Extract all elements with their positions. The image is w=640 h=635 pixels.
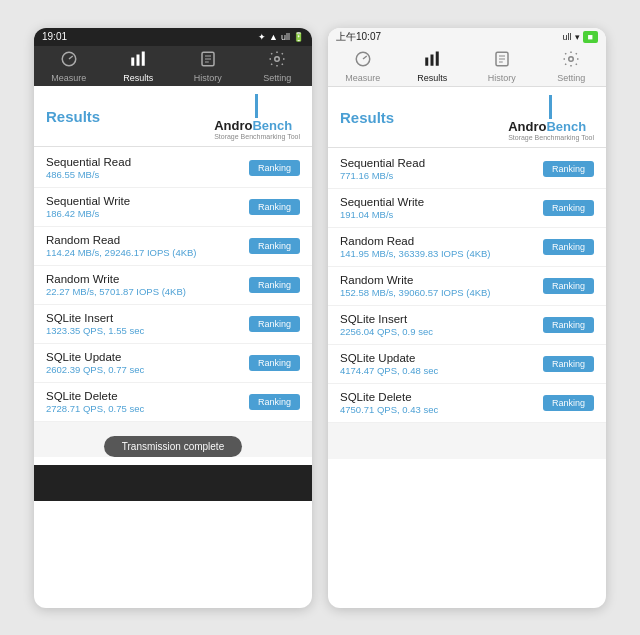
ranking-button[interactable]: Ranking [543, 239, 594, 255]
result-name: Sequential Write [46, 195, 130, 207]
result-value: 4174.47 QPS, 0.48 sec [340, 365, 438, 376]
result-value: 141.95 MB/s, 36339.83 IOPS (4KB) [340, 248, 491, 259]
nav-history-label-r: History [488, 73, 516, 83]
result-name: Sequential Write [340, 196, 424, 208]
ranking-button[interactable]: Ranking [249, 316, 300, 332]
result-info: SQLite Update 2602.39 QPS, 0.77 sec [46, 351, 144, 375]
logo-sub: Storage Benchmarking Tool [214, 133, 300, 140]
logo-sub-r: Storage Benchmarking Tool [508, 134, 594, 141]
right-results-header: Results AndroBench Storage Benchmarking … [328, 87, 606, 148]
svg-point-9 [275, 56, 280, 61]
result-name: SQLite Update [46, 351, 144, 363]
result-value: 486.55 MB/s [46, 169, 131, 180]
result-info: Sequential Read 486.55 MB/s [46, 156, 131, 180]
result-info: Random Read 141.95 MB/s, 36339.83 IOPS (… [340, 235, 491, 259]
nav-setting-r[interactable]: Setting [544, 50, 598, 83]
left-status-bar: 19:01 ✦ ▲ ull 🔋 [34, 28, 312, 46]
ranking-button[interactable]: Ranking [543, 200, 594, 216]
result-value: 2602.39 QPS, 0.77 sec [46, 364, 144, 375]
setting-icon [268, 50, 286, 71]
result-info: SQLite Insert 2256.04 QPS, 0.9 sec [340, 313, 433, 337]
right-bottom-area [328, 423, 606, 459]
svg-rect-2 [132, 57, 135, 65]
ranking-button[interactable]: Ranking [249, 277, 300, 293]
result-name: Random Read [46, 234, 197, 246]
right-results-title: Results [340, 109, 394, 126]
ranking-button[interactable]: Ranking [249, 355, 300, 371]
ranking-button[interactable]: Ranking [249, 199, 300, 215]
nav-results-label: Results [123, 73, 153, 83]
ranking-button[interactable]: Ranking [543, 317, 594, 333]
history-icon-r [493, 50, 511, 71]
left-result-list: Sequential Read 486.55 MB/s Ranking Sequ… [34, 149, 312, 422]
ranking-button[interactable]: Ranking [543, 356, 594, 372]
nav-results-r[interactable]: Results [405, 50, 459, 83]
svg-rect-14 [436, 51, 439, 65]
result-value: 191.04 MB/s [340, 209, 424, 220]
result-name: Random Write [340, 274, 491, 286]
ranking-button[interactable]: Ranking [249, 160, 300, 176]
result-info: SQLite Insert 1323.35 QPS, 1.55 sec [46, 312, 144, 336]
nav-results[interactable]: Results [111, 50, 165, 83]
nav-results-label-r: Results [417, 73, 447, 83]
left-status-icons: ✦ ▲ ull 🔋 [258, 32, 304, 42]
table-row: Random Read 114.24 MB/s, 29246.17 IOPS (… [34, 227, 312, 266]
table-row: Sequential Write 186.42 MB/s Ranking [34, 188, 312, 227]
svg-line-1 [69, 56, 73, 59]
logo-bar [255, 94, 258, 118]
nav-measure-r[interactable]: Measure [336, 50, 390, 83]
table-row: Random Write 152.58 MB/s, 39060.57 IOPS … [328, 267, 606, 306]
result-value: 22.27 MB/s, 5701.87 IOPS (4KB) [46, 286, 186, 297]
result-name: Random Write [46, 273, 186, 285]
result-name: Random Read [340, 235, 491, 247]
ranking-button[interactable]: Ranking [543, 395, 594, 411]
result-info: Sequential Read 771.16 MB/s [340, 157, 425, 181]
result-info: Random Read 114.24 MB/s, 29246.17 IOPS (… [46, 234, 197, 258]
ranking-button[interactable]: Ranking [543, 278, 594, 294]
result-name: SQLite Update [340, 352, 438, 364]
left-nav-bar: Measure Results History Setting [34, 46, 312, 86]
results-icon [129, 50, 147, 71]
result-info: Sequential Write 186.42 MB/s [46, 195, 130, 219]
result-name: SQLite Delete [46, 390, 144, 402]
nav-setting-label-r: Setting [557, 73, 585, 83]
history-icon [199, 50, 217, 71]
left-phone: 19:01 ✦ ▲ ull 🔋 Measure Results [34, 28, 312, 608]
table-row: SQLite Update 4174.47 QPS, 0.48 sec Rank… [328, 345, 606, 384]
svg-line-11 [363, 56, 367, 59]
measure-icon-r [354, 50, 372, 71]
svg-rect-4 [142, 51, 145, 65]
result-name: Sequential Read [46, 156, 131, 168]
nav-history-r[interactable]: History [475, 50, 529, 83]
table-row: Sequential Read 771.16 MB/s Ranking [328, 150, 606, 189]
result-value: 4750.71 QPS, 0.43 sec [340, 404, 438, 415]
result-value: 2728.71 QPS, 0.75 sec [46, 403, 144, 414]
left-results-title: Results [46, 108, 100, 125]
svg-rect-13 [431, 54, 434, 65]
ranking-button[interactable]: Ranking [249, 238, 300, 254]
nav-measure[interactable]: Measure [42, 50, 96, 83]
result-name: SQLite Delete [340, 391, 438, 403]
result-info: Random Write 152.58 MB/s, 39060.57 IOPS … [340, 274, 491, 298]
nav-history[interactable]: History [181, 50, 235, 83]
result-value: 2256.04 QPS, 0.9 sec [340, 326, 433, 337]
measure-icon [60, 50, 78, 71]
nav-setting[interactable]: Setting [250, 50, 304, 83]
result-name: SQLite Insert [340, 313, 433, 325]
table-row: SQLite Update 2602.39 QPS, 0.77 sec Rank… [34, 344, 312, 383]
result-value: 771.16 MB/s [340, 170, 425, 181]
nav-setting-label: Setting [263, 73, 291, 83]
left-time: 19:01 [42, 31, 67, 42]
right-logo: AndroBench Storage Benchmarking Tool [508, 95, 594, 141]
toast-message: Transmission complete [104, 436, 242, 457]
result-info: SQLite Update 4174.47 QPS, 0.48 sec [340, 352, 438, 376]
ranking-button[interactable]: Ranking [249, 394, 300, 410]
result-info: SQLite Delete 2728.71 QPS, 0.75 sec [46, 390, 144, 414]
logo-bar-r [549, 95, 552, 119]
right-status-bar: 上午10:07 ull ▾ ■ [328, 28, 606, 46]
ranking-button[interactable]: Ranking [543, 161, 594, 177]
bottom-area [34, 465, 312, 501]
table-row: SQLite Delete 4750.71 QPS, 0.43 sec Rank… [328, 384, 606, 423]
result-value: 186.42 MB/s [46, 208, 130, 219]
result-name: Sequential Read [340, 157, 425, 169]
